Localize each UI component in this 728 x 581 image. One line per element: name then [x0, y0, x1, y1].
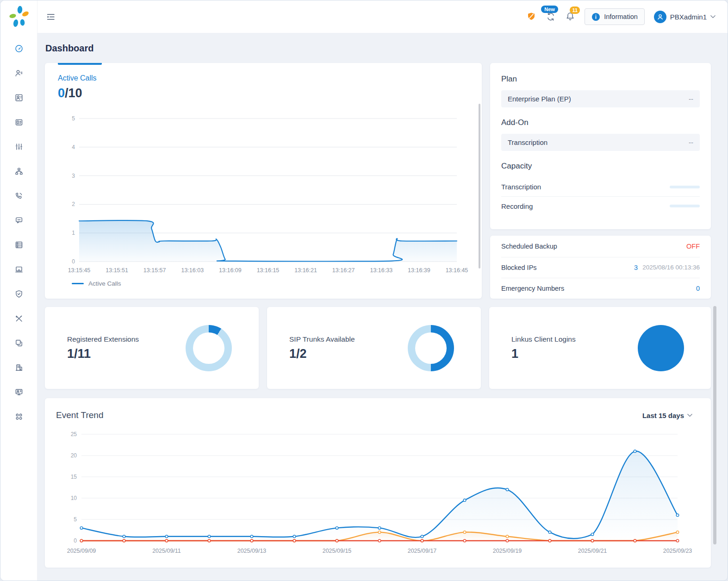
- sidebar-item-integrations[interactable]: [13, 338, 25, 348]
- svg-text:15: 15: [71, 474, 77, 480]
- sidebar-item-pbx-settings[interactable]: [13, 240, 25, 250]
- plan-header: Plan: [501, 75, 700, 84]
- svg-text:13:16:27: 13:16:27: [332, 267, 355, 274]
- svg-text:25: 25: [71, 431, 77, 437]
- capacity-label: Transcription: [501, 183, 541, 191]
- sidebar-item-remote-management[interactable]: [13, 387, 25, 397]
- event-trend-card: Event Trend Last 15 days 05101520252025/…: [45, 398, 711, 568]
- chevron-down-icon: [687, 413, 692, 417]
- messaging-icon: [14, 216, 24, 225]
- svg-text:10: 10: [71, 495, 77, 501]
- sidebar-item-dashboard[interactable]: [13, 44, 25, 53]
- capacity-label: Recording: [501, 202, 533, 210]
- svg-text:13:16:03: 13:16:03: [181, 267, 204, 274]
- sidebar-item-storage[interactable]: [13, 265, 25, 274]
- sidebar-item-extensions[interactable]: [13, 69, 25, 78]
- svg-text:13:16:39: 13:16:39: [408, 267, 430, 274]
- plan-card: Plan Enterprise Plan (EP) -- Add-On Tran…: [490, 63, 711, 229]
- storage-icon: [14, 265, 24, 274]
- svg-text:2025/09/11: 2025/09/11: [152, 548, 181, 554]
- card-scrollbar[interactable]: [479, 104, 480, 269]
- main-area: New 11 Information: [37, 0, 728, 581]
- legend-label: Active Calls: [88, 280, 121, 287]
- backup-off-value: OFF: [686, 243, 700, 250]
- plan-name: Enterprise Plan (EP): [508, 95, 571, 103]
- upgrade-service-icon[interactable]: New: [546, 12, 556, 22]
- capacity-row-recording: Recording: [501, 196, 700, 215]
- new-badge: New: [541, 6, 558, 13]
- svg-text:2025/09/21: 2025/09/21: [578, 548, 607, 554]
- active-calls-legend: Active Calls: [72, 280, 482, 287]
- active-calls-value: 0/10: [58, 86, 482, 100]
- yeastar-logo: [8, 5, 30, 29]
- sidebar-item-app-center[interactable]: [13, 412, 25, 421]
- addon-value: --: [689, 138, 693, 146]
- status-row-blocked-ips: Blocked IPs 3 2025/08/16 00:13:36: [501, 257, 700, 278]
- event-trend-title: Event Trend: [56, 410, 103, 420]
- addon-row: Transcription --: [501, 134, 700, 151]
- information-button-label: Information: [604, 13, 638, 20]
- notification-bell-icon[interactable]: 11: [565, 12, 575, 22]
- sidebar-item-maintenance[interactable]: [13, 314, 25, 323]
- company-icon: [14, 363, 24, 372]
- user-menu[interactable]: PBXadmin1: [654, 11, 716, 23]
- status-row-emergency-numbers: Emergency Numbers 0: [501, 278, 700, 299]
- svg-text:0: 0: [74, 537, 77, 544]
- sidebar-item-voice-call[interactable]: [13, 191, 25, 200]
- voice-call-icon: [14, 191, 24, 200]
- linkus-logins-pie-chart: [638, 325, 684, 371]
- emergency-numbers-count[interactable]: 0: [696, 285, 700, 292]
- extensions-icon: [14, 69, 24, 78]
- pbx-settings-icon: [14, 240, 24, 250]
- topbar: New 11 Information: [37, 0, 728, 33]
- stat-label: Linkus Client Logins: [511, 335, 576, 344]
- page-title: Dashboard: [45, 43, 711, 54]
- security-alert-icon[interactable]: [526, 12, 536, 22]
- sidebar-item-security[interactable]: [13, 289, 25, 299]
- svg-text:13:15:51: 13:15:51: [106, 267, 128, 274]
- svg-text:0: 0: [72, 258, 75, 265]
- notification-count-badge: 11: [570, 6, 580, 14]
- menu-unfold-icon[interactable]: [46, 12, 56, 22]
- status-label: Scheduled Backup: [501, 243, 557, 250]
- svg-text:13:16:15: 13:16:15: [257, 267, 280, 274]
- sidebar-item-phone-devices[interactable]: [13, 118, 25, 127]
- svg-text:13:16:33: 13:16:33: [370, 267, 392, 274]
- capacity-row-transcription: Transcription: [501, 177, 700, 196]
- pbx-admin-app: New 11 Information: [0, 0, 728, 581]
- active-calls-chart: 01234513:15:4513:15:5113:15:5713:16:0313…: [45, 106, 482, 278]
- sidebar-item-call-features[interactable]: [13, 167, 25, 176]
- blocked-ips-count[interactable]: 3: [634, 264, 638, 271]
- active-calls-tab-indicator: [58, 63, 102, 65]
- active-calls-total: /10: [65, 86, 82, 100]
- date-range-dropdown[interactable]: Last 15 days: [642, 412, 692, 419]
- system-status-card: Scheduled Backup OFF Blocked IPs 3 2025/…: [490, 236, 711, 299]
- svg-text:2025/09/13: 2025/09/13: [237, 548, 267, 554]
- addon-name: Transcription: [508, 138, 548, 146]
- sidebar-item-company[interactable]: [13, 363, 25, 372]
- addon-header: Add-On: [501, 118, 700, 127]
- sidebar-item-contacts[interactable]: [13, 93, 25, 102]
- sidebar-nav: [13, 44, 25, 421]
- contacts-icon: [14, 93, 24, 102]
- svg-text:2025/09/15: 2025/09/15: [323, 548, 352, 554]
- svg-text:2025/09/09: 2025/09/09: [67, 548, 96, 554]
- svg-text:5: 5: [74, 516, 77, 523]
- user-avatar-icon: [654, 11, 666, 23]
- registered-extensions-donut-chart: [186, 325, 232, 371]
- svg-text:13:16:09: 13:16:09: [219, 267, 242, 274]
- sidebar-item-call-control[interactable]: [13, 142, 25, 151]
- svg-text:2025/09/17: 2025/09/17: [408, 548, 437, 554]
- tab-active-calls[interactable]: Active Calls: [58, 74, 97, 82]
- security-icon: [14, 289, 24, 299]
- sidebar-item-messaging[interactable]: [13, 216, 25, 225]
- plan-value: --: [689, 95, 693, 103]
- page-scrollbar[interactable]: [713, 306, 716, 544]
- linkus-logins-card: Linkus Client Logins 1: [489, 307, 711, 389]
- info-icon: [591, 12, 600, 21]
- svg-text:2025/09/19: 2025/09/19: [493, 548, 522, 554]
- status-label: Emergency Numbers: [501, 285, 564, 292]
- status-label: Blocked IPs: [501, 264, 537, 271]
- chevron-down-icon: [710, 15, 716, 19]
- information-button[interactable]: Information: [585, 8, 645, 25]
